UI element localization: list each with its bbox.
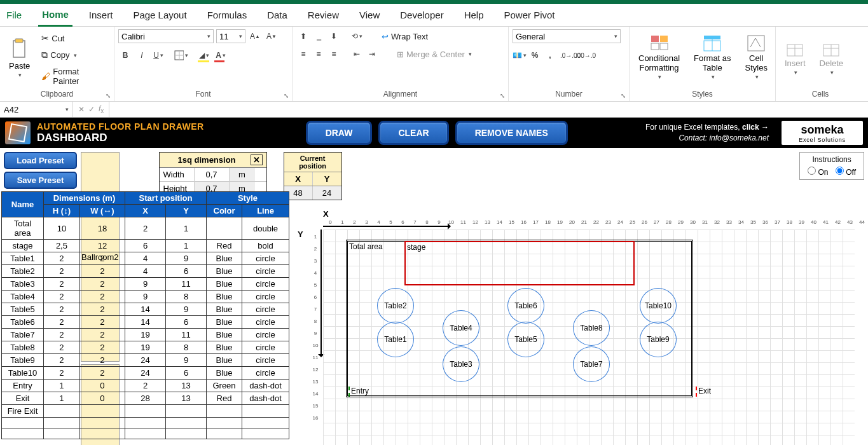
increase-font-button[interactable]: A▲ (248, 29, 262, 43)
orientation-button[interactable]: ⟲▾ (350, 29, 364, 43)
shape-table10[interactable]: Table10 (640, 288, 677, 324)
enter-formula-icon[interactable]: ✓ (88, 105, 95, 114)
align-middle-button[interactable]: ⎯ (312, 29, 326, 43)
accounting-format-button[interactable]: 💶▾ (513, 48, 527, 62)
italic-button[interactable]: I (135, 48, 149, 62)
tab-file[interactable]: File (3, 4, 25, 25)
table-row[interactable]: Table622146Bluecircle (2, 316, 289, 329)
save-preset-button[interactable]: Save Preset (4, 172, 77, 189)
wrap-text-button[interactable]: ↩Wrap Text (379, 29, 431, 43)
decrease-indent-button[interactable]: ⇤ (350, 47, 364, 61)
table-row[interactable]: Exit102813Reddash-dot (2, 392, 289, 405)
merge-center-button[interactable]: ⊞Merge & Center▾ (394, 47, 474, 61)
cancel-formula-icon[interactable]: ✕ (78, 105, 85, 114)
name-box[interactable]: A42▾ (0, 102, 73, 117)
table-row[interactable]: Table822198Bluecircle (2, 341, 289, 354)
tab-home[interactable]: Home (38, 4, 72, 27)
table-row[interactable]: Fire Exit (2, 405, 289, 418)
align-bottom-button[interactable]: ⬇ (327, 29, 341, 43)
font-size-select[interactable]: 11▾ (216, 29, 245, 43)
paste-button[interactable]: Paste ▾ (4, 29, 35, 87)
number-format-select[interactable]: General▾ (513, 29, 621, 43)
shape-stage[interactable]: stage (404, 241, 635, 285)
table-row[interactable]: Table522149Bluecircle (2, 303, 289, 316)
tab-view[interactable]: View (355, 4, 383, 25)
remove-names-button[interactable]: REMOVE NAMES (455, 121, 568, 145)
number-launcher[interactable]: ⤡ (619, 91, 628, 100)
align-top-button[interactable]: ⬆ (296, 29, 310, 43)
tab-review[interactable]: Review (304, 4, 343, 25)
x-axis-label: X (323, 209, 329, 219)
shape-table7[interactable]: Table7 (573, 346, 610, 382)
tab-developer[interactable]: Developer (396, 4, 447, 25)
shape-table3[interactable]: Table3 (443, 346, 479, 382)
copy-button[interactable]: ⧉Copy▾ (39, 48, 79, 62)
tab-power-pivot[interactable]: Power Pivot (500, 4, 559, 25)
formula-input[interactable] (109, 102, 868, 117)
cell-styles-button[interactable]: Cell Styles▾ (740, 29, 773, 85)
shape-exit[interactable]: Exit (696, 387, 711, 397)
fill-color-button[interactable]: ◢▾ (197, 48, 211, 62)
shape-table6[interactable]: Table6 (507, 288, 544, 324)
table-row[interactable]: Table922249Bluecircle (2, 354, 289, 367)
tab-data[interactable]: Data (263, 4, 291, 25)
instructions-on-radio[interactable]: On (808, 168, 828, 177)
table-row[interactable]: stage2,51261Redbold (2, 240, 289, 252)
table-row[interactable]: Table7221911Bluecircle (2, 329, 289, 341)
insert-button[interactable]: Insert▾ (780, 29, 811, 85)
fx-icon[interactable]: fx (99, 104, 104, 114)
table-row[interactable]: Total area101821double (2, 217, 289, 240)
align-left-button[interactable]: ≡ (296, 47, 310, 61)
shape-table2[interactable]: Table2 (377, 288, 414, 324)
x-axis-arrow (323, 226, 450, 227)
tab-help[interactable]: Help (460, 4, 488, 25)
tab-formulas[interactable]: Formulas (203, 4, 251, 25)
percent-button[interactable]: % (528, 48, 542, 62)
comma-button[interactable]: , (543, 48, 557, 62)
table-row[interactable]: Table12249Bluecircle (2, 252, 289, 265)
table-row[interactable]: Table42298Bluecircle (2, 291, 289, 303)
table-row[interactable]: Table1022246Bluecircle (2, 367, 289, 380)
font-color-button[interactable]: A▾ (214, 48, 228, 62)
table-row[interactable] (2, 428, 289, 439)
plan-grid[interactable]: Total area stage Table1 Table2 Table3 Ta… (323, 229, 855, 445)
format-painter-button[interactable]: 🖌Format Painter (39, 65, 110, 87)
table-row[interactable]: Table322911Bluecircle (2, 278, 289, 291)
tab-page-layout[interactable]: Page Layout (129, 4, 190, 25)
font-launcher[interactable]: ⤡ (282, 91, 291, 100)
table-row[interactable]: Entry10213Greendash-dot (2, 380, 289, 392)
format-as-table-button[interactable]: Format as Table▾ (689, 29, 736, 85)
close-icon[interactable]: ✕ (251, 154, 263, 165)
align-center-button[interactable]: ≡ (312, 47, 326, 61)
shape-table4[interactable]: Table4 (443, 310, 479, 346)
cut-button[interactable]: ✂Cut (39, 32, 67, 44)
someka-logo[interactable]: someka Excel Solutions (782, 121, 863, 145)
conditional-formatting-button[interactable]: Conditional Formatting▾ (633, 29, 685, 85)
shape-table5[interactable]: Table5 (507, 322, 544, 357)
draw-button[interactable]: DRAW (306, 121, 373, 145)
svg-rect-5 (651, 36, 659, 42)
font-name-select[interactable]: Calibri▾ (118, 29, 214, 43)
shapes-table: Name Dimensions (m) Start position Style… (1, 191, 289, 439)
instructions-off-radio[interactable]: Off (836, 168, 856, 177)
sq-width-input[interactable]: 0,7 (195, 168, 230, 181)
alignment-launcher[interactable]: ⤡ (498, 91, 507, 100)
increase-indent-button[interactable]: ⇥ (365, 47, 379, 61)
delete-button[interactable]: Delete▾ (815, 29, 849, 85)
shape-table9[interactable]: Table9 (640, 322, 677, 357)
clear-button[interactable]: CLEAR (378, 121, 448, 145)
borders-button[interactable]: ▾ (174, 48, 188, 62)
load-preset-button[interactable]: Load Preset (4, 152, 77, 169)
shape-entry[interactable]: Entry (348, 387, 369, 397)
table-row[interactable] (2, 418, 289, 428)
decrease-font-button[interactable]: A▼ (265, 29, 279, 43)
decrease-decimal-button[interactable]: .00→.0 (579, 48, 593, 62)
align-right-button[interactable]: ≡ (327, 47, 341, 61)
shape-table8[interactable]: Table8 (573, 310, 610, 346)
bold-button[interactable]: B (118, 48, 132, 62)
tab-insert[interactable]: Insert (85, 4, 117, 25)
underline-button[interactable]: U▾ (151, 48, 165, 62)
shape-table1[interactable]: Table1 (377, 322, 414, 357)
table-row[interactable]: Table22246Bluecircle (2, 265, 289, 278)
clipboard-launcher[interactable]: ⤡ (104, 91, 113, 100)
